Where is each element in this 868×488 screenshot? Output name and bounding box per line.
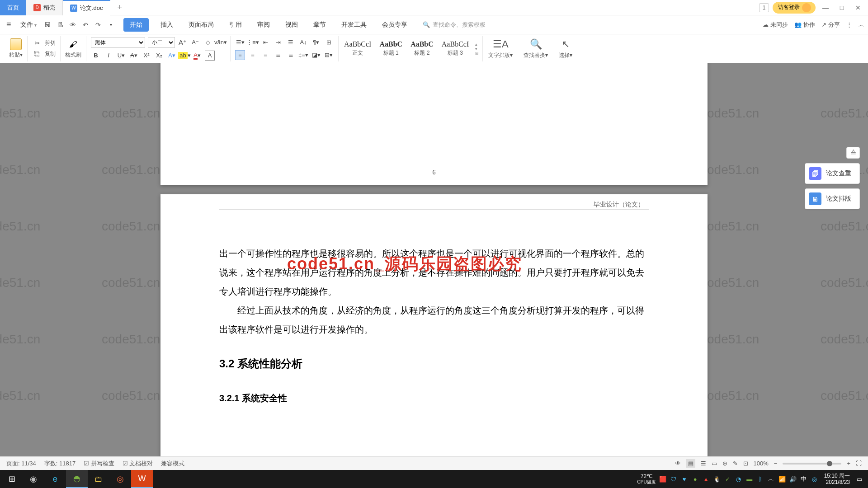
menu-review[interactable]: 审阅 xyxy=(254,18,274,32)
menu-dev[interactable]: 开发工具 xyxy=(338,18,370,32)
hamburger-icon[interactable]: ≡ xyxy=(4,20,14,29)
menu-insert[interactable]: 插入 xyxy=(157,18,177,32)
find-replace-button[interactable]: 🔍查找替换▾ xyxy=(518,38,553,59)
line-spacing-button[interactable]: ‡≡▾ xyxy=(298,50,308,60)
menu-start[interactable]: 开始 xyxy=(123,18,149,32)
style-h1[interactable]: AaBbC标题 1 xyxy=(376,39,406,58)
select-button[interactable]: ↖选择▾ xyxy=(553,38,578,59)
menu-chapter[interactable]: 章节 xyxy=(310,18,330,32)
wifi-icon[interactable]: 📶 xyxy=(778,475,786,483)
tray-icon[interactable]: ✓ xyxy=(724,475,732,483)
font-size-select[interactable]: 小二 xyxy=(148,37,175,48)
ime-icon[interactable]: 中 xyxy=(800,475,808,483)
char-border-button[interactable]: A xyxy=(205,51,215,61)
menu-ref[interactable]: 引用 xyxy=(226,18,245,32)
style-body[interactable]: AaBbCcI正文 xyxy=(340,39,375,58)
style-up-icon[interactable]: ▴ xyxy=(475,42,479,47)
shading-button[interactable]: ◪▾ xyxy=(311,50,321,60)
zoom-slider[interactable] xyxy=(783,463,841,465)
subscript-button[interactable]: X₂ xyxy=(154,51,164,61)
tray-icon[interactable]: ▬ xyxy=(745,475,754,483)
align-justify-button[interactable]: ≣ xyxy=(273,50,283,60)
tray-expand-icon[interactable]: ︿ xyxy=(767,475,775,483)
align-distribute-button[interactable]: ≣ xyxy=(286,50,296,60)
text-effect-button[interactable]: A▾ xyxy=(167,51,177,61)
bullets-button[interactable]: ☰▾ xyxy=(235,38,245,47)
style-h2[interactable]: AaBbC标题 2 xyxy=(407,39,437,58)
app-icon[interactable]: ◎ xyxy=(109,470,131,488)
style-more-icon[interactable]: ⊟ xyxy=(475,51,479,56)
plagiarism-check-button[interactable]: 🗐论文查重 xyxy=(805,163,860,184)
superscript-button[interactable]: X² xyxy=(142,51,151,61)
redo-icon[interactable]: ↷ xyxy=(94,20,103,29)
tab-add[interactable]: + xyxy=(110,0,126,15)
align-left-button[interactable]: ≡ xyxy=(235,50,245,60)
clock[interactable]: 15:10 周一2021/8/23 xyxy=(821,473,853,486)
shrink-font-icon[interactable]: A⁻ xyxy=(190,38,200,47)
bluetooth-icon[interactable]: ᛒ xyxy=(756,475,764,483)
word-count[interactable]: 字数: 11817 xyxy=(44,460,75,468)
volume-icon[interactable]: 🔊 xyxy=(789,475,797,483)
tray-icon[interactable]: ◎ xyxy=(811,475,819,483)
paste-icon[interactable] xyxy=(10,38,22,50)
view-outline-icon[interactable]: ☰ xyxy=(701,460,706,467)
tab-document[interactable]: W论文.doc xyxy=(63,0,110,15)
tab-home[interactable]: 首页 xyxy=(0,0,26,15)
collapse-ribbon-icon[interactable]: ︿ xyxy=(859,21,864,29)
close-button[interactable]: ✕ xyxy=(852,1,864,14)
show-marks-button[interactable]: ⊞ xyxy=(324,38,334,47)
print-icon[interactable]: 🖶 xyxy=(56,20,65,29)
tray-icon[interactable]: ◔ xyxy=(735,475,743,483)
taskview-button[interactable]: ◉ xyxy=(23,470,44,488)
ie-icon[interactable]: e xyxy=(44,470,66,488)
zoom-value[interactable]: 100% xyxy=(754,460,769,467)
tray-icon[interactable]: ♥ xyxy=(680,475,689,483)
font-name-select[interactable]: 黑体 xyxy=(91,37,145,48)
tray-icon[interactable]: 🟥 xyxy=(659,475,667,483)
menu-member[interactable]: 会员专享 xyxy=(378,18,411,32)
tray-icon[interactable]: ● xyxy=(691,475,699,483)
clear-format-icon[interactable]: ◇ xyxy=(203,38,213,47)
file-menu[interactable]: 文件 ▾ xyxy=(17,21,41,29)
fullscreen-icon[interactable]: ⛶ xyxy=(856,460,862,467)
phonetic-icon[interactable]: văn▾ xyxy=(216,38,226,47)
numbering-button[interactable]: ⋮≡▾ xyxy=(248,38,258,47)
document-area[interactable]: code51.cncode51.cncode51.cncode51.cncode… xyxy=(0,63,868,470)
style-down-icon[interactable]: ▾ xyxy=(475,47,479,51)
share-button[interactable]: ↗分享 xyxy=(821,21,840,29)
edit-icon[interactable]: ✎ xyxy=(733,460,738,467)
menu-layout[interactable]: 页面布局 xyxy=(185,18,217,32)
qat-more-icon[interactable]: ▾ xyxy=(106,20,115,29)
browser-icon[interactable]: ◓ xyxy=(66,470,88,488)
view-page-icon[interactable]: ▤ xyxy=(686,459,695,468)
asian-layout-button[interactable]: ☰ xyxy=(286,38,296,47)
tray-icon[interactable]: 🛡 xyxy=(670,475,678,483)
highlight-button[interactable]: ab▾ xyxy=(179,51,189,61)
font-color-button[interactable]: A▾ xyxy=(192,51,202,61)
search-box[interactable]: 🔍查找命令、搜索模板 xyxy=(423,21,486,29)
proof-button[interactable]: ☑ 文档校对 xyxy=(123,460,153,468)
view-web-icon[interactable]: ⊕ xyxy=(722,460,727,467)
menu-view[interactable]: 视图 xyxy=(282,18,302,32)
login-button[interactable]: 访客登录 xyxy=(773,2,816,14)
grow-font-icon[interactable]: A⁺ xyxy=(178,38,188,47)
more-icon[interactable]: ⋮ xyxy=(846,21,852,28)
view-read-icon[interactable]: ▭ xyxy=(712,460,717,467)
sort-button[interactable]: A↓ xyxy=(298,38,308,47)
start-button[interactable]: ⊞ xyxy=(1,470,23,488)
spell-check-button[interactable]: ☑ 拼写检查 xyxy=(84,460,114,468)
wps-icon[interactable]: W xyxy=(131,470,153,488)
cut-icon[interactable]: ✂ xyxy=(32,38,42,48)
bold-button[interactable]: B xyxy=(91,51,101,61)
zoom-in-button[interactable]: + xyxy=(847,460,850,467)
italic-button[interactable]: I xyxy=(104,51,113,61)
zoom-out-button[interactable]: − xyxy=(774,460,778,467)
format-brush-icon[interactable]: 🖌 xyxy=(67,38,79,50)
align-right-button[interactable]: ≡ xyxy=(260,50,270,60)
minimize-button[interactable]: — xyxy=(819,1,832,14)
eye-protect-icon[interactable]: 👁 xyxy=(675,460,681,467)
style-h3[interactable]: AaBbCcI标题 3 xyxy=(438,39,472,58)
box-indicator[interactable]: 1 xyxy=(759,3,769,12)
sync-button[interactable]: ☁未同步 xyxy=(763,21,788,29)
save-icon[interactable]: 🖫 xyxy=(43,20,52,29)
